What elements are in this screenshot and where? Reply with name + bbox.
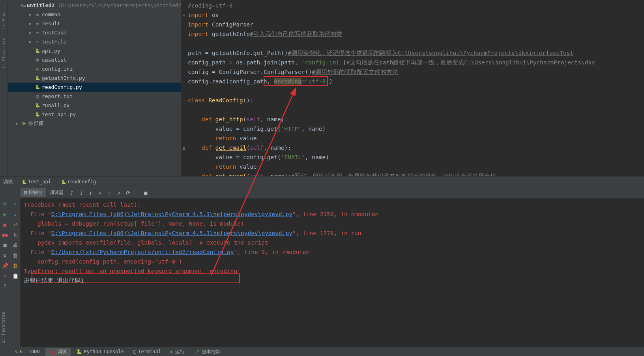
python-icon: 🐍 (22, 180, 26, 184)
favorites-tab[interactable]: 2: Favorites (0, 308, 8, 347)
pin-icon[interactable]: 📌 (1, 262, 9, 269)
vcs-tab[interactable]: ⎇版本控制 (190, 348, 225, 356)
stop-icon[interactable]: ■ (1, 220, 9, 228)
clear-icon[interactable]: 🗑 (11, 251, 19, 259)
left-toolwindow-bar: 1: Pro... 7: Structure (0, 0, 8, 176)
library-icon: ⊪ (21, 121, 28, 126)
step-out2-icon[interactable]: ⇧ (105, 188, 114, 198)
chevron-right-icon[interactable]: ▶ (29, 12, 34, 17)
close-icon[interactable]: ✕ (1, 272, 9, 280)
file-link[interactable]: D:\Program Files (x86)\JetBrains\PyCharm… (51, 230, 292, 236)
chevron-right-icon[interactable]: ▶ (16, 121, 21, 126)
fold-icon[interactable]: ⊟ (182, 143, 186, 153)
tree-folder[interactable]: ▶▭common (8, 10, 181, 19)
tree-file[interactable]: 🐍runAll.py (8, 101, 181, 110)
code-comment: #coding=utf-8 (188, 2, 233, 9)
bottom-status-bar: ✎6: TODO 🐞调试 🐍Python Console ▢Terminal ▶… (0, 347, 644, 356)
config-file-icon: ⚙ (34, 66, 41, 72)
chevron-right-icon[interactable]: ▶ (29, 40, 34, 44)
todo-icon: ✎ (15, 349, 18, 354)
scroll-icon[interactable]: ⤋ (11, 231, 19, 239)
settings-icon[interactable]: ⚙ (1, 251, 9, 259)
wrap-icon[interactable]: ⤶ (11, 220, 19, 228)
folder-icon: ▭ (23, 2, 26, 8)
code-editor[interactable]: #coding=utf-8 ⊟import os import ConfigPa… (182, 0, 644, 176)
project-path: (D:\Users\txlc\PycharmProjects\untitled2… (58, 2, 182, 8)
file-icon: ▤ (34, 57, 41, 63)
layout-icon[interactable]: ▦ (1, 241, 9, 249)
step-into2-icon[interactable]: ⇩ (95, 188, 105, 198)
debug-title: 调试: (3, 179, 15, 185)
rerun-icon[interactable]: ⟳ (1, 200, 9, 208)
folder-icon: ▭ (34, 39, 41, 45)
file-link[interactable]: D:/Users/txlc/PycharmProjects/untitled2/… (51, 249, 234, 255)
tree-folder[interactable]: ▶▭result (8, 19, 181, 28)
tree-root[interactable]: ▼ ▭ untitled2 (D:\Users\txlc\PycharmProj… (8, 1, 181, 10)
python-icon: 🐍 (61, 180, 66, 184)
debug-panel: 调试: 🐍test_api 🐍readConfig ▤控制台 调试器 ⤴ ⤵ ↓… (0, 176, 644, 347)
folder-icon: ▭ (34, 30, 41, 36)
folder-icon: ▭ (34, 11, 41, 17)
python-console-tab[interactable]: 🐍Python Console (72, 348, 128, 355)
tree-folder[interactable]: ▶▭testFile (8, 37, 181, 46)
debug-tab-test-api[interactable]: 🐍test_api (18, 177, 55, 186)
bug-icon: 🐞 (49, 349, 55, 354)
tree-folder[interactable]: ▶▭testCase (8, 28, 181, 37)
python-file-icon: 🐍 (34, 103, 41, 107)
tree-file[interactable]: 🐍test_api.py (8, 110, 181, 119)
python-file-icon: 🐍 (34, 49, 41, 53)
fold-icon[interactable]: ⊟ (182, 96, 186, 105)
tree-file[interactable]: ▤caselist (8, 55, 181, 64)
chevron-right-icon[interactable]: ▶ (29, 21, 34, 26)
vcs-icon: ⎇ (194, 349, 200, 354)
run-to-cursor-icon[interactable]: ↗ (114, 188, 124, 198)
annotation-highlight-box (264, 76, 328, 86)
console-toolbar: ↑ ↓ ⤶ ⤋ 🖨 🗑 🗑 📋 (10, 198, 21, 347)
fold-icon[interactable]: ⊟ (182, 115, 186, 124)
console-tab[interactable]: ▤控制台 (21, 188, 46, 197)
debug-bottom-tab[interactable]: 🐞调试 (45, 348, 71, 356)
terminal-icon: ▢ (133, 349, 136, 354)
debug-tab-readconfig[interactable]: 🐍readConfig (57, 177, 100, 186)
print-icon[interactable]: 🖨 (11, 241, 19, 249)
run-icon: ▶ (170, 349, 173, 354)
filter-icon[interactable]: 🗑 (11, 262, 19, 269)
tree-file[interactable]: ⚙config.ini (8, 64, 181, 73)
tree-file[interactable]: 🐍api.py (8, 46, 181, 55)
step-over-icon[interactable]: ⤵ (76, 188, 86, 198)
external-libraries[interactable]: ▶⊪外部库 (8, 119, 181, 128)
run-tab[interactable]: ▶运行 (167, 348, 189, 356)
tree-file[interactable]: 🐍getpathInfo.py (8, 73, 181, 83)
up-icon[interactable]: ↑ (11, 200, 19, 208)
annotation-highlight-box (32, 273, 240, 283)
fold-icon[interactable]: ⊟ (182, 171, 186, 176)
down-icon[interactable]: ↓ (11, 210, 19, 218)
folder-icon: ▭ (34, 21, 41, 26)
console-icon: ▤ (24, 190, 27, 195)
project-tree[interactable]: ▼ ▭ untitled2 (D:\Users\txlc\PycharmProj… (8, 0, 182, 176)
help-icon[interactable]: ? (1, 282, 9, 290)
project-name: untitled2 (27, 2, 54, 8)
step-out-icon[interactable]: ⤴ (67, 188, 76, 198)
step-into-icon[interactable]: ↓ (86, 188, 95, 198)
tree-file-selected[interactable]: 🐍readConfig.py (8, 83, 181, 92)
copy-icon[interactable]: 📋 (11, 272, 19, 280)
python-file-icon: 🐍 (34, 76, 41, 80)
fold-icon[interactable]: ⊟ (182, 10, 186, 20)
evaluate-icon[interactable]: ⟳ (124, 188, 133, 198)
sidebar-tab-project[interactable]: 1: Pro... (0, 2, 7, 34)
breakpoint-icon[interactable]: ●● (1, 231, 9, 239)
file-link[interactable]: D:\Program Files (x86)\JetBrains\PyCharm… (51, 211, 292, 217)
resume-icon[interactable]: ▶ (1, 210, 9, 218)
stop-icon[interactable]: ■ (141, 188, 150, 198)
python-file-icon: 🐍 (34, 112, 41, 117)
tree-file[interactable]: ▤report.txt (8, 92, 181, 101)
text-file-icon: ▤ (34, 93, 41, 99)
console-output[interactable]: Traceback (most recent call last): File … (21, 198, 644, 347)
debugger-tab[interactable]: 调试器 (46, 188, 67, 197)
sidebar-tab-structure[interactable]: 7: Structure (0, 34, 7, 73)
chevron-right-icon[interactable]: ▶ (29, 30, 34, 35)
python-console-icon: 🐍 (76, 349, 82, 354)
todo-tab[interactable]: ✎6: TODO (11, 348, 44, 355)
terminal-tab[interactable]: ▢Terminal (129, 348, 165, 355)
